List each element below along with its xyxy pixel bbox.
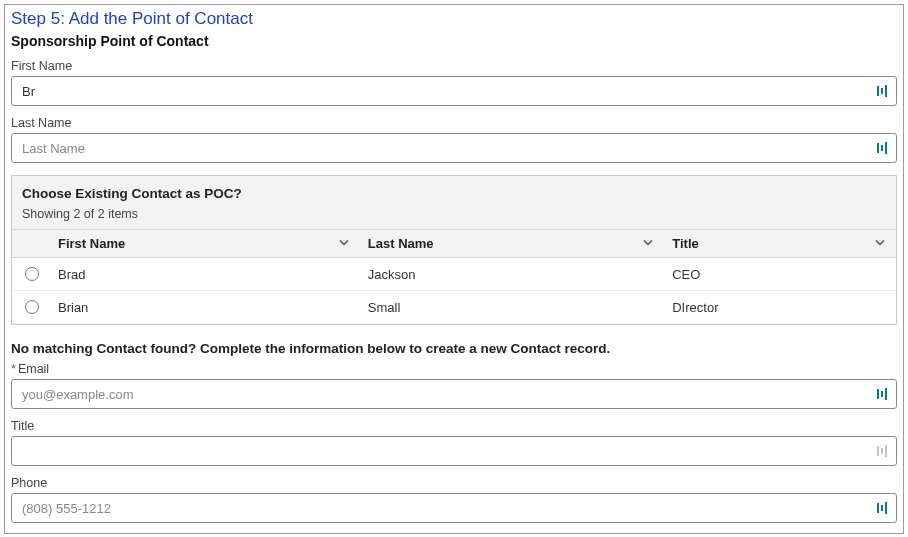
svg-rect-13 [881, 505, 883, 511]
cell-title: CEO [664, 258, 896, 291]
phone-block: Phone [5, 476, 903, 533]
col-title[interactable]: Title [664, 230, 896, 258]
section-title: Sponsorship Point of Contact [5, 31, 903, 59]
svg-rect-10 [881, 448, 883, 454]
svg-rect-2 [885, 85, 887, 97]
existing-contact-box: Choose Existing Contact as POC? Showing … [11, 175, 897, 325]
svg-rect-7 [881, 391, 883, 397]
existing-contact-title: Choose Existing Contact as POC? [12, 176, 896, 207]
svg-rect-5 [885, 142, 887, 154]
input-glyph-icon [875, 443, 891, 459]
input-glyph-icon [875, 386, 891, 402]
chevron-down-icon [642, 236, 654, 251]
svg-rect-3 [877, 143, 879, 153]
input-glyph-icon [875, 140, 891, 156]
last-name-input[interactable] [11, 133, 897, 163]
col-select [12, 230, 50, 258]
email-label-text: Email [18, 362, 49, 376]
svg-rect-12 [877, 503, 879, 513]
table-row[interactable]: Brian Small DIrector [12, 291, 896, 324]
col-title-label: Title [672, 236, 699, 251]
existing-contact-count: Showing 2 of 2 items [12, 207, 896, 229]
last-name-label: Last Name [11, 116, 897, 130]
step-title: Step 5: Add the Point of Contact [5, 5, 903, 31]
select-contact-radio[interactable] [25, 300, 39, 314]
first-name-input[interactable] [11, 76, 897, 106]
svg-rect-11 [885, 445, 887, 457]
select-contact-radio[interactable] [25, 267, 39, 281]
contacts-table: First Name Last Name Title [12, 229, 896, 324]
email-input[interactable] [11, 379, 897, 409]
cell-last-name: Small [360, 291, 664, 324]
col-first-name[interactable]: First Name [50, 230, 360, 258]
table-row[interactable]: Brad Jackson CEO [12, 258, 896, 291]
required-star-icon: * [11, 362, 16, 376]
chevron-down-icon [338, 236, 350, 251]
phone-input[interactable] [11, 493, 897, 523]
no-match-heading: No matching Contact found? Complete the … [5, 333, 903, 362]
cell-first-name: Brad [50, 258, 360, 291]
first-name-block: First Name [5, 59, 903, 116]
input-glyph-icon [875, 500, 891, 516]
col-last-name[interactable]: Last Name [360, 230, 664, 258]
svg-rect-1 [881, 88, 883, 94]
col-last-name-label: Last Name [368, 236, 434, 251]
svg-rect-0 [877, 86, 879, 96]
cell-first-name: Brian [50, 291, 360, 324]
cell-last-name: Jackson [360, 258, 664, 291]
title-label: Title [11, 419, 897, 433]
title-block: Title [5, 419, 903, 476]
svg-rect-4 [881, 145, 883, 151]
input-glyph-icon [875, 83, 891, 99]
title-input[interactable] [11, 436, 897, 466]
svg-rect-6 [877, 389, 879, 399]
poc-panel: Step 5: Add the Point of Contact Sponsor… [4, 4, 904, 534]
svg-rect-14 [885, 502, 887, 514]
svg-rect-9 [877, 446, 879, 456]
phone-label: Phone [11, 476, 897, 490]
last-name-block: Last Name [5, 116, 903, 173]
email-label: *Email [11, 362, 897, 376]
chevron-down-icon [874, 236, 886, 251]
email-block: *Email [5, 362, 903, 419]
col-first-name-label: First Name [58, 236, 125, 251]
cell-title: DIrector [664, 291, 896, 324]
svg-rect-8 [885, 388, 887, 400]
first-name-label: First Name [11, 59, 897, 73]
